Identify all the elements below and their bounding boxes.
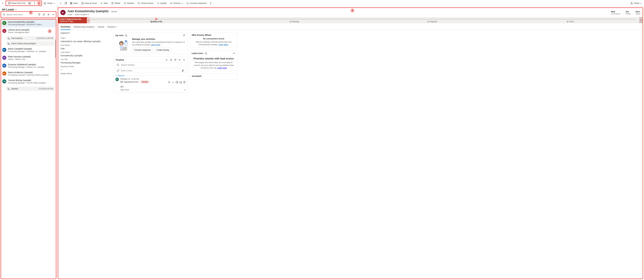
- share-right-button[interactable]: Share: [629, 1, 644, 6]
- tab-label: Relationship Analytics: [74, 26, 94, 28]
- list-item[interactable]: PH Peter Houston (sample) Owner • Tailsp…: [1, 54, 56, 62]
- list-item-sub: Purchasing Assistant • Adventure Works (…: [8, 74, 54, 76]
- field-job-title[interactable]: Job Title Purchasing Manager: [60, 58, 111, 65]
- tab-details[interactable]: Details: [98, 24, 104, 30]
- activity-item[interactable]: Call customer1/21/2024 12:05 PM: [6, 36, 54, 40]
- open-new-window-button[interactable]: [64, 1, 68, 6]
- record-saved-label: - Saved: [110, 10, 117, 13]
- search-icon: [117, 64, 119, 66]
- sort-button[interactable]: [42, 13, 46, 16]
- tab-summary[interactable]: Summary: [61, 24, 70, 30]
- activity-label: dsfasfsa: [11, 88, 18, 90]
- process-stage[interactable]: Propose: [363, 18, 501, 23]
- close-activity-icon[interactable]: [179, 81, 182, 84]
- activity-item[interactable]: dsfasfsa2/1/2024 8:00 AM: [6, 86, 54, 91]
- open-record-icon[interactable]: [176, 81, 178, 84]
- field-topic[interactable]: Topic* Interested in our newer offerings…: [60, 36, 111, 44]
- list-item-sub: Purchasing Manager • Fourth Coffee (samp…: [8, 82, 54, 84]
- list-more-button[interactable]: [51, 13, 55, 16]
- filter-button[interactable]: [37, 13, 41, 16]
- tab-related[interactable]: Related: [108, 24, 117, 30]
- timeline-search-input[interactable]: [120, 64, 184, 66]
- list-item[interactable]: LA Lidman Anna (sample) Owner • Woodgrov…: [1, 27, 56, 35]
- assistant-card: Assistant: [190, 73, 238, 80]
- up-next-refresh-button[interactable]: [182, 34, 186, 37]
- list-layout-button[interactable]: [46, 13, 50, 16]
- timeline-item[interactable]: KS Modified on: 11:48 AM Appointment fro…: [116, 77, 186, 91]
- read-only-grid-button[interactable]: Read Only Grid: [7, 1, 27, 6]
- list-item-name: Susanna Stubberod (sample): [8, 63, 54, 66]
- contact-section-label: CONTACT: [60, 32, 111, 34]
- tab-label: Details: [98, 26, 104, 28]
- attachment-icon[interactable]: [182, 69, 184, 72]
- svg-rect-34: [124, 41, 128, 46]
- timeline-filter-button[interactable]: [174, 58, 177, 61]
- grid-view-switcher-group: Read Only Grid 1: [6, 0, 42, 6]
- list-item[interactable]: YM Yvonne McKay (sample) Purchasing Mana…: [1, 78, 56, 86]
- list-item[interactable]: SS Susanna Stubberod (sample) Purchasing…: [1, 62, 56, 70]
- view-picker[interactable]: All Leads: [2, 8, 17, 11]
- lock-icon: [566, 21, 568, 22]
- timeline-note-input[interactable]: [120, 69, 180, 72]
- activity-label: Call to Lidman Anna (sample): [11, 42, 36, 44]
- info-icon[interactable]: [205, 52, 207, 54]
- field-last-name[interactable]: Last Name* Komashinsky (sample): [60, 51, 111, 58]
- process-stage[interactable]: Develop: [225, 18, 363, 23]
- lead-score-learn-more-link[interactable]: Learn more: [217, 67, 227, 69]
- delete-activity-icon[interactable]: [183, 81, 186, 84]
- complete-icon[interactable]: [172, 81, 174, 84]
- up-next-learn-more-link[interactable]: Learn more: [151, 44, 160, 46]
- list-item-sub: Owner • Tailspin Toys: [8, 58, 54, 60]
- tab-relationship-analytics[interactable]: Relationship Analytics: [74, 24, 94, 30]
- record-nav-back[interactable]: [58, 1, 63, 6]
- next-stage-button[interactable]: [639, 17, 642, 23]
- record-entity-label: Lead: [68, 13, 72, 16]
- view-name-label: All Leads: [2, 8, 14, 11]
- form-picker[interactable]: Sales Insights: [75, 13, 89, 16]
- timeline-more-button[interactable]: [182, 58, 186, 61]
- wkw-title: Who Knows Whom: [192, 34, 211, 36]
- more-grid-button[interactable]: [32, 1, 37, 6]
- assign-icon[interactable]: [168, 81, 171, 84]
- timeline-recent-label[interactable]: Recent: [118, 74, 124, 77]
- list-item[interactable]: MC Maria Campbell (sample) Purchasing Ma…: [1, 46, 56, 54]
- timeline-sort-button[interactable]: [178, 58, 181, 61]
- field-business-phone[interactable]: Business Phone ---: [60, 65, 111, 72]
- timeline-bookmark-button[interactable]: [170, 58, 172, 61]
- image-toggle-button[interactable]: [27, 1, 32, 6]
- field-mobile-phone[interactable]: Mobile Phone: [60, 72, 111, 76]
- header-meta-field[interactable]: NewStatus: [633, 10, 640, 15]
- qualify-button[interactable]: Qualify: [155, 1, 168, 6]
- list-item[interactable]: NA Nancy Anderson (sample) Purchasing As…: [1, 70, 56, 78]
- refresh-button[interactable]: Refresh: [122, 1, 136, 6]
- list-item[interactable]: IK Ivan Komashinsky (sample) Purchasing …: [1, 20, 56, 27]
- save-close-button[interactable]: Save & Close: [80, 1, 98, 6]
- process-name-pill[interactable]: Lead to Opportunity Sal... Active for 3 …: [58, 17, 87, 23]
- nav-back-left[interactable]: [0, 1, 5, 6]
- share-left-button[interactable]: Share: [42, 1, 57, 6]
- wkw-learn-more-link[interactable]: Learn More.: [218, 44, 228, 46]
- lead-score-more-button[interactable]: [232, 52, 236, 55]
- activity-item[interactable]: Call to Lidman Anna (sample): [6, 41, 54, 46]
- svg-point-38: [184, 60, 184, 61]
- timeline-add-button[interactable]: [165, 58, 168, 61]
- check-access-button[interactable]: Check Access: [136, 1, 155, 6]
- toolbar-overflow-button[interactable]: [208, 1, 213, 6]
- svg-point-25: [54, 14, 54, 15]
- create-activity-button[interactable]: Create activity: [154, 48, 171, 52]
- header-meta-field[interactable]: HotRating: [623, 10, 630, 15]
- process-stage[interactable]: Close: [501, 18, 639, 23]
- process-button[interactable]: Process: [168, 1, 184, 6]
- delete-button[interactable]: Delete: [110, 1, 122, 6]
- connect-sequence-card-button[interactable]: Connect sequence: [132, 48, 153, 52]
- connect-sequence-button[interactable]: Connect sequence: [185, 1, 208, 6]
- process-stage[interactable]: Qualify (3 D): [87, 18, 225, 23]
- new-button[interactable]: New: [99, 1, 109, 6]
- view-more-link[interactable]: View more: [120, 89, 129, 91]
- info-icon[interactable]: [125, 34, 127, 37]
- record-header: IK Ivan Komashinsky (sample) - Saved Lea…: [58, 8, 642, 17]
- work-list-panel: All Leads 2 3 IK Ivan Komashinsky (sampl…: [0, 6, 57, 280]
- save-button[interactable]: Save: [68, 1, 80, 6]
- header-meta-field[interactable]: WebLead Source: [611, 10, 620, 15]
- field-first-name[interactable]: First Name* Ivan: [60, 44, 111, 51]
